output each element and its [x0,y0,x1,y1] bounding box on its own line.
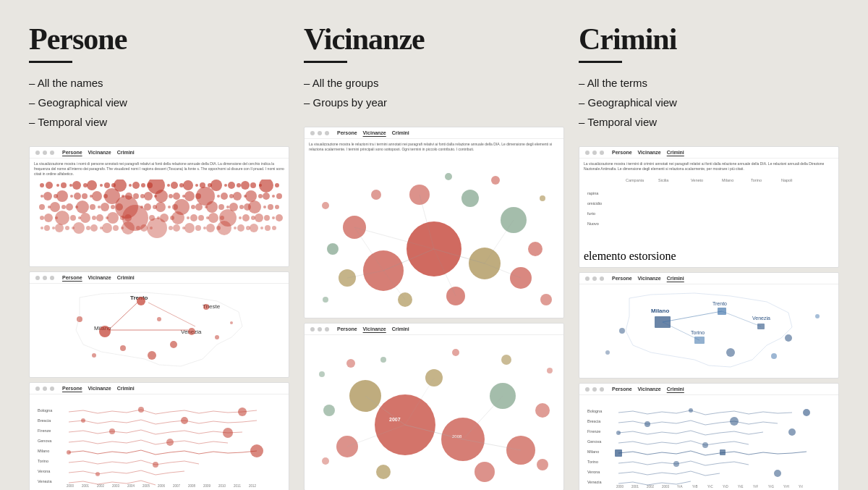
nav-dot-2b [43,276,47,280]
vicinanze-vis1-desc: La visualizzazione mostra le relazioni t… [309,142,559,152]
svg-point-146 [122,221,135,235]
crimini-screenshot-geo[interactable]: Persone Vicinanze Crimini Milano Trento … [579,272,839,379]
svg-text:YrI: YrI [799,485,803,489]
svg-point-37 [70,195,73,198]
svg-point-101 [44,214,53,222]
svg-text:2000: 2000 [67,484,75,488]
svg-point-21 [195,184,198,187]
nav-dot-1h [585,387,590,392]
svg-point-41 [92,191,102,201]
svg-point-232 [445,173,452,180]
svg-text:2002: 2002 [97,484,105,488]
svg-point-69 [50,202,60,212]
ss8-nav-title: Persone Vicinanze Crimini [610,386,686,392]
vicinanze-screenshot-year[interactable]: Persone Vicinanze Crimini [304,323,564,490]
crimini-geo-svg: Milano Trento Venezia Torino [584,287,834,371]
nav-dot-1f [585,151,590,155]
svg-point-234 [540,195,545,201]
svg-point-296 [619,328,625,334]
vicinanze-bullets: All the groups Groups by year [304,73,564,112]
persone-bullets: All the names Geographical view Temporal… [29,73,289,132]
svg-point-178 [157,317,161,321]
svg-text:YrC: YrC [707,485,714,489]
nav-dot-3b [50,276,54,280]
svg-point-129 [255,214,263,222]
nav-dot-3e [325,327,329,331]
svg-point-131 [272,216,275,219]
nav-dot-2e [318,327,322,331]
svg-point-108 [96,214,103,221]
svg-point-63 [258,194,263,198]
svg-text:Bologna: Bologna [587,409,603,413]
svg-point-12 [129,184,132,187]
svg-point-185 [77,316,82,322]
svg-text:Trento: Trento [712,301,727,306]
crimini-screenshot-terms[interactable]: Persone Vicinanze Crimini La visualizzaz… [579,146,839,268]
svg-point-237 [323,297,328,303]
persone-screenshot-temporal[interactable]: Persone Vicinanze Crimini Bologna Bresci… [29,382,289,490]
svg-point-163 [250,224,258,232]
svg-point-325 [644,421,650,427]
svg-point-155 [195,225,201,231]
svg-point-217 [95,472,100,476]
persone-screenshot-geo[interactable]: Persone Vicinanze Crimini Trento Trieste… [29,271,289,378]
svg-point-92 [226,206,229,208]
svg-point-233 [491,176,500,185]
svg-point-137 [65,226,69,230]
svg-point-20 [183,180,193,190]
svg-point-227 [528,242,542,256]
svg-text:YrF: YrF [753,485,759,489]
svg-text:2009: 2009 [203,484,211,488]
persone-bullet-0: All the names [29,73,289,93]
vicinanze-title: Vicinanze [304,22,564,56]
vicinanze-year-svg: 2007 2008 [309,338,559,483]
svg-point-84 [168,206,171,208]
svg-point-100 [40,216,44,220]
crimini-ss2-nav: Persone Vicinanze Crimini [579,273,838,284]
svg-text:Firenze: Firenze [38,428,51,433]
svg-text:Torino: Torino [751,178,762,182]
nav-dot-2f [592,151,597,155]
vicinanze-screenshot-groups[interactable]: Persone Vicinanze Crimini La visualizzaz… [304,127,564,318]
svg-point-161 [237,224,244,232]
crimini-bullet-0: All the terms [579,73,839,93]
nav-dot-2h [592,387,597,392]
svg-point-17 [167,184,170,187]
nav-dot-3c [50,386,54,391]
svg-rect-331 [720,449,726,455]
crimini-bullet-2: Temporal view [579,112,839,132]
svg-point-139 [73,222,85,234]
svg-point-184 [230,321,233,324]
ss1-nav-title: Persone Vicinanze Crimini [60,150,137,155]
svg-point-118 [171,211,184,224]
svg-point-90 [206,201,218,213]
svg-point-231 [371,190,381,200]
svg-point-297 [785,334,792,342]
svg-point-5 [72,181,81,190]
svg-point-70 [61,205,66,209]
svg-point-333 [774,470,781,477]
svg-point-210 [181,417,188,424]
persone-screenshot-names[interactable]: Persone Vicinanze Crimini La visualizzaz… [29,146,289,267]
svg-line-293 [663,311,722,322]
svg-point-38 [74,193,81,200]
svg-text:Genova: Genova [38,439,52,443]
svg-point-256 [323,405,335,416]
svg-text:2006: 2006 [158,484,166,488]
svg-text:furto: furto [587,211,595,216]
persone-vis3-content: Bologna Brescia Firenze Genova Milano To… [30,394,289,490]
crimini-screenshot-temporal[interactable]: Persone Vicinanze Crimini Bologna Bresci… [579,383,839,490]
svg-point-214 [250,444,263,457]
svg-point-52 [173,193,180,200]
svg-point-130 [264,215,270,221]
svg-text:2002: 2002 [647,485,655,489]
svg-point-91 [218,204,224,210]
crimini-vis1-content: La visualizzazione mostra i termini di c… [579,159,838,267]
ss4-nav-title: Persone Vicinanze Crimini [335,130,412,135]
ss2-nav-title: Persone Vicinanze Crimini [60,275,137,280]
svg-point-207 [238,407,247,416]
svg-point-258 [376,465,391,479]
vicinanze-network-svg [309,155,559,311]
svg-point-156 [203,227,206,229]
svg-text:2004: 2004 [127,484,135,488]
